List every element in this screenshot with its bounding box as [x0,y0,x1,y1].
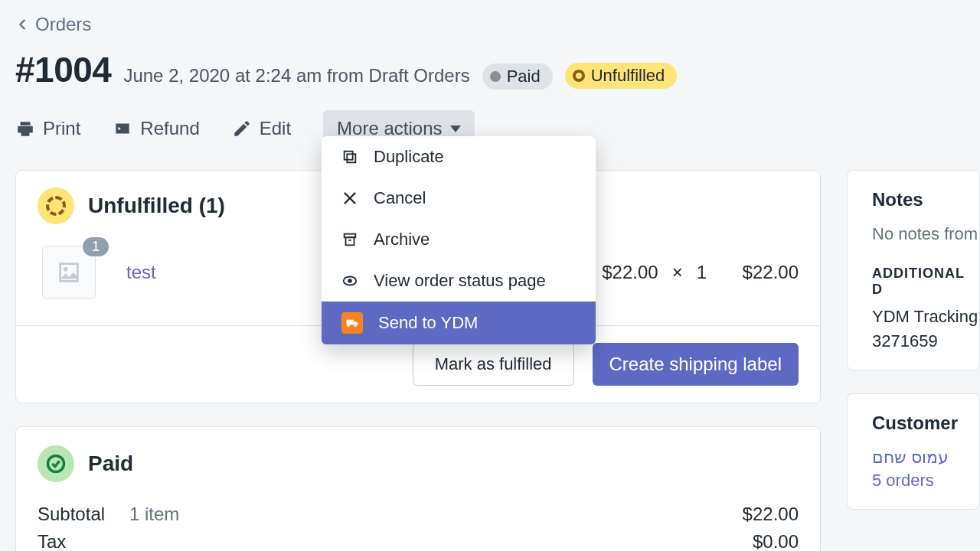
status-badge-unfulfilled: Unfulfilled [565,63,678,89]
menu-item-send-ydm[interactable]: Send to YDM [322,302,596,344]
customer-heading: Customer [872,412,979,434]
order-meta: June 2, 2020 at 2:24 am from Draft Order… [123,65,469,86]
dot-icon [490,71,501,82]
print-label: Print [43,118,80,139]
status-badge-unfulfilled-label: Unfulfilled [591,66,665,86]
mark-fulfilled-button[interactable]: Mark as fulfilled [413,343,574,386]
edit-button[interactable]: Edit [232,118,291,139]
subtotal-value: $22.00 [743,504,799,525]
edit-label: Edit [260,118,291,139]
notes-heading: Notes [872,189,979,210]
ring-icon [573,70,585,82]
print-icon [15,119,35,139]
refund-button[interactable]: Refund [113,118,199,139]
menu-item-label: Send to YDM [378,313,478,333]
menu-item-view-status[interactable]: View order status page [322,260,596,302]
line-qty: 1 [697,262,707,283]
product-thumbnail: 1 [42,246,96,299]
duplicate-icon [341,148,358,165]
menu-item-archive[interactable]: Archive [322,219,596,260]
chevron-left-icon [15,18,29,31]
status-badge-paid-label: Paid [507,67,541,86]
tax-row: Tax $0.00 [38,531,799,551]
line-pricing: $22.00 × 1 [602,262,707,283]
quantity-badge: 1 [83,237,109,256]
more-actions-menu: Duplicate Cancel Archive View order stat… [322,136,596,344]
unfulfilled-icon [38,187,74,224]
customer-card: Customer עמוס שחם 5 orders [847,393,980,510]
unfulfilled-heading: Unfulfilled (1) [88,194,225,218]
menu-item-label: Archive [374,230,430,249]
menu-item-label: Duplicate [374,147,444,167]
refund-icon [113,119,132,139]
svg-rect-5 [346,237,354,245]
create-shipping-label-button[interactable]: Create shipping label [593,343,799,386]
breadcrumb-label: Orders [35,14,91,35]
page-title: #1004 [15,49,111,90]
refund-label: Refund [140,118,199,139]
line-total: $22.00 [707,262,799,283]
notes-card: Notes No notes from ADDITIONAL D YDM Tra… [847,170,980,370]
svg-rect-2 [347,154,355,162]
tax-label: Tax [38,531,129,551]
paid-heading: Paid [88,452,133,476]
tax-value: $0.00 [753,531,799,551]
pencil-icon [232,119,252,139]
chevron-down-icon [450,126,461,132]
subtotal-items: 1 item [129,504,179,525]
close-icon [341,190,358,207]
customer-orders-link[interactable]: 5 orders [872,471,979,491]
unit-price: $22.00 [602,262,658,283]
notes-empty: No notes from [872,224,979,244]
breadcrumb[interactable]: Orders [15,14,980,35]
times-symbol: × [672,262,683,283]
truck-icon [341,312,363,334]
title-row: #1004 June 2, 2020 at 2:24 am from Draft… [15,49,980,90]
svg-rect-3 [345,152,353,160]
tracking-label: YDM Tracking [872,307,979,327]
menu-item-cancel[interactable]: Cancel [322,178,596,219]
eye-icon [341,272,358,289]
svg-point-7 [348,279,352,283]
paid-card: Paid Subtotal 1 item $22.00 Tax $0.00 [15,426,821,551]
archive-icon [341,231,358,248]
subtotal-label: Subtotal [38,504,129,525]
menu-item-label: View order status page [374,271,546,291]
status-badge-paid: Paid [482,64,553,90]
subtotal-row: Subtotal 1 item $22.00 [38,504,799,525]
product-name-link[interactable]: test [126,262,156,283]
image-placeholder-icon [56,259,82,285]
print-button[interactable]: Print [15,118,80,139]
tracking-number: 3271659 [872,331,979,351]
menu-item-label: Cancel [374,188,426,208]
menu-item-duplicate[interactable]: Duplicate [322,136,596,178]
additional-details-label: ADDITIONAL D [872,266,979,298]
customer-name-link[interactable]: עמוס שחם [872,448,979,468]
svg-point-0 [64,267,68,272]
paid-icon [38,445,74,482]
